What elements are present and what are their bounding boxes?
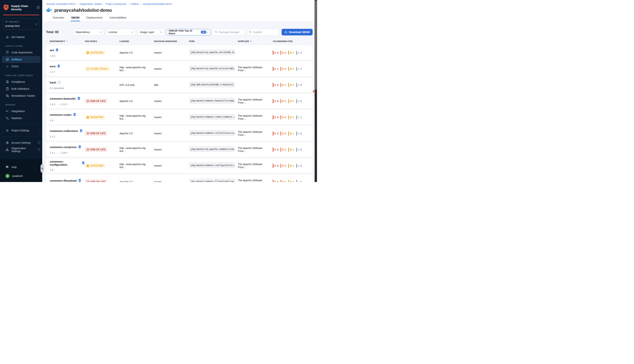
upgrade-arrow-icon: → — [57, 103, 59, 106]
sort-both-icon: ▲▼ — [250, 40, 252, 42]
dependency-name: avro — [50, 65, 56, 68]
supplier-cell: The Apache Software Foun… — [238, 66, 273, 72]
sidebar-item-pipelines[interactable]: Pipelines — [0, 115, 42, 122]
purl-value[interactable]: pkg:maven/org.apache.avro/avro@1… — [189, 66, 235, 71]
severity-med-count: M0 — [288, 67, 294, 71]
table-row[interactable]: ant 1.6.5 OUTDATED Apache-2.0 maven pkg:… — [46, 45, 313, 60]
package-manager-cell: maven — [154, 180, 189, 182]
oss-risk-empty: - — [85, 84, 86, 86]
gear-icon: ⚙ — [6, 129, 9, 132]
breadcrumb-account[interactable]: Account: Automation-SSCA — [46, 2, 76, 5]
image-layer-filter-select[interactable]: Image Layer — [138, 29, 164, 36]
dependency-version: 5.1-6ubuntu1 — [50, 87, 85, 90]
sidebar-item-artifacts[interactable]: Artifacts — [2, 56, 40, 63]
oss-risk-cell: END OF LIFE — [85, 99, 120, 104]
sidebar-item-help[interactable]: ? Help — [0, 164, 42, 170]
brand-underline — [3, 15, 39, 15]
tab-vulnerabilities[interactable]: Vulnerabilities — [109, 16, 127, 21]
column-dependency[interactable]: DEPENDENCY▼ — [50, 40, 85, 42]
package-manager-search — [213, 29, 245, 36]
table-row[interactable]: bash 5.1-6ubuntu1 - GPL-3.0-only deb pkg… — [46, 78, 313, 92]
purl-value[interactable]: pkg:maven/commons-codec/commons-… — [189, 114, 235, 120]
user-name: Lavakush — [12, 174, 23, 178]
sidebar-item-project-settings[interactable]: ⚙ Project Settings › — [0, 127, 42, 134]
purl-value[interactable]: pkg:maven/commons-fileupload/com… — [189, 179, 235, 182]
severity-low-count: L0 — [296, 164, 302, 168]
severity-high-count: H0 — [280, 51, 286, 55]
vulnerabilities-cell: C0H0M1L0 — [273, 164, 313, 168]
sidebar-item-remediation-tracker[interactable]: Remediation Tracker — [0, 92, 42, 99]
sort-desc-icon: ▼ — [66, 40, 68, 42]
upgrade-arrow-icon: → — [57, 151, 59, 154]
owasp-risks-filter-select[interactable]: OWASP OSS Top 10 Risks 02 — [166, 29, 211, 36]
sidebar-item-compliance[interactable]: Compliance — [0, 78, 42, 85]
page-scrollbar[interactable] — [315, 0, 317, 182]
severity-med-count: M0 — [288, 99, 294, 103]
breadcrumb-artifacts[interactable]: Artifacts — [131, 2, 139, 5]
purl-value[interactable]: pkg:maven/org.apache.ant/ant@1.6… — [189, 50, 235, 55]
supplier-cell: The Apache Software Foun… — [238, 179, 273, 182]
breadcrumb-organization[interactable]: Organization: default — [80, 2, 102, 5]
tab-sbom[interactable]: SBOM — [71, 16, 80, 21]
dependency-cell: commons-collections 3.2.1 — [50, 129, 85, 138]
layers-icon — [80, 129, 83, 133]
sidebar-item-rule-definitions[interactable]: Rule Definitions — [0, 85, 42, 92]
oss-risk-cell: OUTDATED — [85, 163, 120, 168]
project-selector[interactable]: PROJECT pranay-test › — [3, 18, 39, 30]
sidebar-item-get-started[interactable]: Get Started — [0, 34, 42, 40]
download-sbom-button[interactable]: Download SBOM — [282, 29, 313, 36]
table-row[interactable]: avro 1.7.7 CLOSE TO EOL http---www.apach… — [46, 62, 313, 76]
package-manager-search-input[interactable] — [219, 31, 243, 34]
supplier-search-input[interactable] — [253, 31, 277, 34]
purl-cell: pkg:maven/org.apache.commons/com… — [189, 146, 238, 153]
breadcrumb-separator: › — [128, 2, 129, 5]
table-row[interactable]: commons-fileupload END OF LIFE Apache-2.… — [46, 174, 313, 182]
tab-overview[interactable]: Overview — [53, 16, 64, 21]
purl-value[interactable]: pkg:maven/commons-collections/co… — [189, 130, 235, 136]
purl-value[interactable]: pkg:maven/commons-beanutils/comm… — [189, 98, 235, 104]
scrollbar-thumb[interactable] — [315, 0, 317, 90]
user-menu[interactable]: L Lavakush — [0, 174, 42, 178]
oss-risk-cell: - — [85, 83, 120, 86]
table-row[interactable]: commons-codec 1.6 OUTDATED http---www.ap… — [46, 110, 313, 124]
package-manager-cell: maven — [154, 116, 189, 119]
table-row[interactable]: commons-beanutils 1.8.3→1.11.0 END OF LI… — [46, 94, 313, 108]
tab-deployments[interactable]: Deployments — [87, 16, 103, 21]
severity-med-count: M2 — [288, 148, 294, 152]
oss-risk-badge-outdated: OUTDATED — [85, 115, 105, 120]
sidebar-item-ci-cd[interactable]: ∞CI/CD — [0, 63, 42, 70]
table-row[interactable]: commons-configuration 1.6 OUTDATED http-… — [46, 158, 313, 173]
clock-icon — [87, 116, 89, 118]
purl-value[interactable]: pkg:maven/org.apache.commons/com… — [189, 146, 235, 152]
sidebar-item-account-settings[interactable]: Account Settings ⓘ — [0, 139, 42, 146]
breadcrumb-separator: › — [141, 2, 142, 5]
oss-risk-cell: OUTDATED — [85, 50, 120, 55]
table-row[interactable]: commons-collections 3.2.1 END OF LIFE Ap… — [46, 126, 313, 141]
breadcrumb-project[interactable]: Project: pranay-test — [106, 2, 127, 5]
chevron-down-icon — [131, 32, 133, 33]
purl-value[interactable]: pkg:deb/ubuntu/bash@5.1-6ubuntu1 — [189, 82, 235, 87]
license-filter-select[interactable]: License — [106, 29, 136, 36]
download-icon — [285, 30, 287, 34]
sidebar-item-organization-settings[interactable]: Organization Settings ⓘ — [0, 146, 42, 153]
dependency-filter-select[interactable]: Dependency — [73, 29, 104, 36]
oss-risk-badge-end-of-life: END OF LIFE — [85, 99, 107, 104]
notification-dot — [313, 90, 315, 92]
sidebar-collapse-handle[interactable]: ◀ — [41, 164, 44, 173]
sbom-content: Total: 82 Dependency License Image Layer… — [42, 22, 317, 182]
sidebar-item-integrations[interactable]: Integrations — [0, 108, 42, 115]
brand: Supply Chain Security — [0, 0, 42, 14]
breadcrumb-artifact-name[interactable]: pranaycshah/todolist-demo — [143, 2, 172, 5]
severity-crit-count: C2 — [273, 131, 278, 136]
toolbar: Total: 82 Dependency License Image Layer… — [46, 29, 313, 36]
dependency-name: commons-fileupload — [50, 179, 77, 182]
table-row[interactable]: commons-compress 1.4.1→1.28.0 END OF LIF… — [46, 142, 313, 157]
sidebar-item-code-repositories[interactable]: </>Code Repositories — [0, 49, 42, 56]
column-supplier[interactable]: SUPPLIER▲▼ — [238, 40, 273, 42]
purl-value[interactable]: pkg:maven/commons-configuration/… — [189, 162, 235, 168]
layers-icon — [78, 179, 81, 182]
breadcrumb: Account: Automation-SSCA› Organization: … — [46, 2, 313, 5]
app-grid-icon[interactable] — [37, 6, 40, 10]
infinity-icon: ∞ — [6, 65, 9, 68]
oss-risk-cell: END OF LIFE — [85, 147, 120, 152]
